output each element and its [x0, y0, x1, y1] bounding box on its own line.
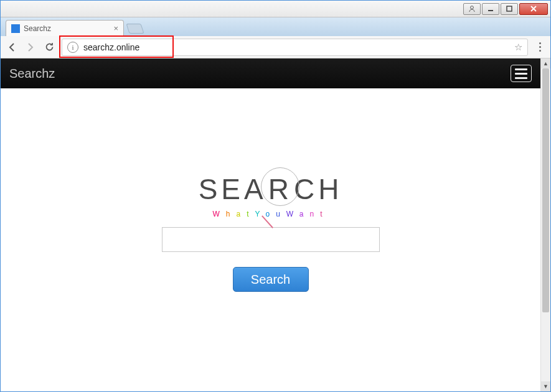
site-brand: Searchz	[9, 67, 55, 81]
new-tab-button[interactable]	[126, 24, 144, 34]
page-content: Searchz SEARCH WhatYouWant Search	[1, 58, 540, 391]
site-tagline: WhatYouWant	[213, 210, 329, 218]
scroll-down-arrow[interactable]: ▼	[541, 381, 550, 391]
omnibox[interactable]: i searchz.online ☆	[62, 39, 528, 56]
site-header: Searchz	[1, 58, 540, 88]
vertical-scrollbar[interactable]: ▲ ▼	[540, 58, 550, 391]
nav-reload-button[interactable]	[43, 41, 55, 54]
svg-rect-2	[507, 6, 512, 11]
hero-section: SEARCH WhatYouWant Search	[1, 172, 540, 292]
window-user-button[interactable]	[463, 3, 481, 15]
bookmark-star-icon[interactable]: ☆	[514, 42, 522, 53]
scroll-up-arrow[interactable]: ▲	[541, 58, 550, 68]
nav-forward-button[interactable]	[24, 41, 37, 54]
svg-rect-1	[488, 10, 493, 11]
search-input[interactable]	[162, 227, 380, 252]
svg-point-0	[471, 6, 474, 9]
browser-tabstrip: Searchz ×	[1, 17, 550, 36]
browser-viewport: Searchz SEARCH WhatYouWant Search ▲ ▼	[1, 58, 550, 391]
window-titlebar	[1, 1, 550, 17]
site-info-icon[interactable]: i	[67, 42, 78, 53]
site-logo: SEARCH	[199, 172, 343, 206]
browser-toolbar: i searchz.online ☆	[1, 36, 550, 58]
logo-text-post: CH	[294, 173, 342, 205]
tab-close-icon[interactable]: ×	[113, 24, 118, 33]
browser-tab-active[interactable]: Searchz ×	[6, 20, 124, 36]
search-button[interactable]: Search	[233, 267, 309, 292]
tab-favicon	[11, 24, 20, 33]
window-minimize-button[interactable]	[482, 3, 499, 15]
scroll-thumb[interactable]	[542, 68, 549, 312]
omnibox-url[interactable]: searchz.online	[83, 42, 509, 52]
logo-text-pre: SEA	[199, 173, 267, 205]
browser-menu-button[interactable]	[534, 42, 545, 52]
logo-text-magnifier: R	[267, 172, 294, 206]
scroll-track[interactable]	[541, 68, 550, 381]
site-menu-button[interactable]	[511, 65, 532, 82]
tab-title: Searchz	[24, 24, 110, 33]
window-maximize-button[interactable]	[501, 3, 518, 15]
nav-back-button[interactable]	[6, 41, 18, 54]
window-close-button[interactable]	[519, 3, 548, 15]
